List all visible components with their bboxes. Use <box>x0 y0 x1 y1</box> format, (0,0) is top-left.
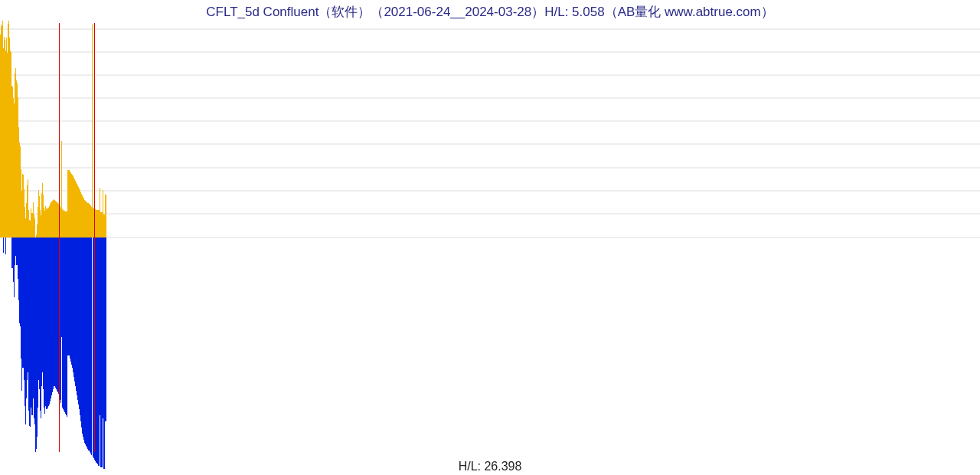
svg-rect-43 <box>25 218 26 238</box>
svg-rect-104 <box>73 176 74 238</box>
svg-rect-270 <box>104 238 105 469</box>
svg-rect-15 <box>4 37 5 238</box>
svg-rect-174 <box>30 238 31 427</box>
svg-rect-131 <box>93 208 94 238</box>
svg-rect-168 <box>25 238 26 424</box>
svg-rect-136 <box>97 210 98 238</box>
svg-rect-166 <box>24 238 24 380</box>
svg-rect-90 <box>62 209 63 238</box>
svg-rect-204 <box>53 238 54 389</box>
svg-rect-243 <box>83 238 83 437</box>
svg-rect-58 <box>38 207 38 238</box>
svg-rect-71 <box>47 208 48 238</box>
svg-rect-151 <box>12 238 13 268</box>
svg-rect-81 <box>55 201 56 238</box>
svg-rect-93 <box>64 211 65 238</box>
svg-rect-219 <box>64 238 65 412</box>
svg-rect-29 <box>15 74 15 238</box>
svg-rect-137 <box>98 210 99 238</box>
svg-rect-17 <box>5 51 6 238</box>
svg-rect-133 <box>95 209 96 238</box>
svg-rect-170 <box>27 238 28 380</box>
svg-rect-144 <box>103 215 104 238</box>
svg-rect-244 <box>83 238 84 440</box>
svg-rect-177 <box>32 238 33 415</box>
price-chart <box>0 0 980 475</box>
svg-rect-126 <box>90 205 90 238</box>
svg-rect-171 <box>28 238 28 372</box>
svg-rect-183 <box>37 238 38 437</box>
svg-rect-258 <box>95 238 96 461</box>
svg-rect-165 <box>23 238 24 368</box>
svg-rect-211 <box>58 238 59 394</box>
svg-rect-259 <box>96 238 96 463</box>
svg-rect-254 <box>91 238 92 455</box>
svg-rect-239 <box>80 238 80 415</box>
svg-rect-103 <box>72 175 73 238</box>
svg-rect-79 <box>54 199 54 238</box>
svg-rect-162 <box>21 238 21 359</box>
svg-rect-37 <box>21 169 21 238</box>
svg-rect-237 <box>78 238 79 405</box>
svg-rect-191 <box>43 238 44 389</box>
svg-rect-31 <box>16 80 17 238</box>
svg-rect-129 <box>92 25 93 238</box>
svg-rect-217 <box>63 238 64 409</box>
svg-rect-88 <box>60 208 61 238</box>
svg-rect-122 <box>87 202 87 238</box>
svg-rect-200 <box>50 238 51 401</box>
svg-rect-74 <box>50 204 51 238</box>
svg-rect-127 <box>90 205 91 238</box>
svg-rect-92 <box>64 211 64 238</box>
svg-rect-240 <box>80 238 81 421</box>
svg-rect-135 <box>96 210 97 238</box>
svg-rect-193 <box>44 238 45 414</box>
svg-rect-187 <box>40 238 41 411</box>
svg-rect-199 <box>49 238 50 405</box>
svg-rect-113 <box>80 190 80 238</box>
svg-rect-47 <box>28 210 29 238</box>
svg-rect-242 <box>82 238 83 434</box>
svg-rect-49 <box>30 221 31 238</box>
svg-rect-61 <box>40 210 41 238</box>
svg-rect-218 <box>64 238 64 411</box>
svg-rect-91 <box>63 210 64 238</box>
svg-rect-208 <box>56 238 57 389</box>
svg-rect-226 <box>70 238 70 359</box>
svg-rect-196 <box>47 238 47 409</box>
svg-rect-30 <box>15 68 16 238</box>
svg-rect-260 <box>96 238 97 463</box>
svg-rect-70 <box>47 209 47 238</box>
svg-rect-46 <box>28 179 28 238</box>
svg-rect-123 <box>87 203 88 238</box>
svg-rect-35 <box>19 142 20 238</box>
svg-rect-65 <box>43 195 44 238</box>
svg-rect-120 <box>85 201 86 238</box>
svg-rect-216 <box>62 238 63 408</box>
svg-rect-266 <box>101 238 102 467</box>
svg-rect-228 <box>71 238 72 365</box>
svg-rect-184 <box>38 238 38 408</box>
svg-rect-190 <box>42 238 43 372</box>
svg-rect-106 <box>74 179 75 238</box>
svg-rect-229 <box>72 238 73 368</box>
svg-rect-69 <box>46 208 47 238</box>
svg-rect-247 <box>86 238 87 446</box>
svg-rect-272 <box>106 238 106 421</box>
svg-rect-45 <box>27 185 28 238</box>
svg-rect-50 <box>31 208 31 238</box>
svg-rect-95 <box>66 211 67 238</box>
svg-rect-150 <box>11 238 12 268</box>
svg-rect-87 <box>60 206 60 238</box>
svg-rect-55 <box>34 218 35 238</box>
svg-rect-225 <box>69 238 70 355</box>
svg-rect-76 <box>51 201 52 238</box>
svg-rect-156 <box>16 238 17 265</box>
svg-rect-195 <box>46 238 47 409</box>
svg-rect-119 <box>84 200 85 238</box>
svg-rect-121 <box>86 201 87 238</box>
svg-rect-221 <box>66 238 67 415</box>
svg-rect-268 <box>103 238 103 418</box>
svg-rect-59 <box>38 190 39 238</box>
svg-rect-48 <box>29 220 30 238</box>
